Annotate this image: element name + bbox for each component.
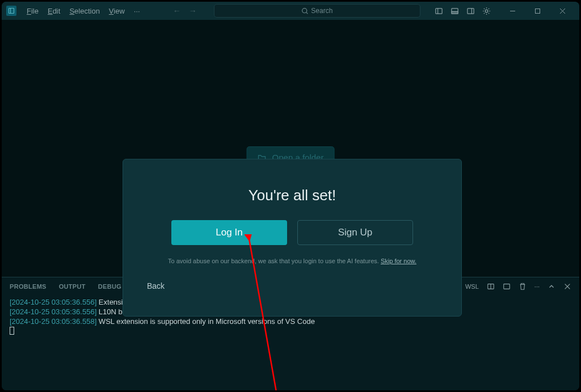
menu-more[interactable]: ··· [129, 5, 145, 18]
panel-chevron-up-icon[interactable] [548, 283, 555, 290]
tab-output[interactable]: OUTPUT [59, 283, 86, 290]
nav-forward[interactable]: → [189, 6, 197, 15]
panel-trash-icon[interactable] [519, 283, 527, 290]
panel-split-icon[interactable] [487, 283, 495, 290]
panel-terminal-icon[interactable] [503, 283, 511, 290]
svg-point-2 [302, 8, 307, 12]
svg-line-3 [306, 12, 308, 13]
layout-sidebar-left-icon[interactable] [432, 4, 445, 18]
svg-rect-9 [467, 8, 473, 13]
menu-view[interactable]: View [104, 5, 129, 18]
panel-close-icon[interactable] [563, 283, 571, 290]
svg-rect-4 [435, 8, 441, 13]
window-minimize[interactable] [500, 2, 525, 19]
login-button[interactable]: Log In [171, 220, 287, 245]
terminal-line: [2024-10-25 03:05:36.558] WSL extension … [10, 317, 571, 327]
nav-back[interactable]: ← [173, 6, 181, 15]
terminal-cursor [10, 327, 14, 335]
titlebar: File Edit Selection View ··· ← → Search [2, 2, 579, 20]
svg-rect-13 [535, 9, 540, 13]
skip-link[interactable]: Skip for now. [381, 258, 416, 264]
menu-file[interactable]: File [22, 5, 43, 18]
back-button[interactable]: Back [147, 281, 165, 290]
menu-edit[interactable]: Edit [43, 5, 65, 18]
panel-more-icon[interactable]: ··· [534, 283, 540, 290]
svg-rect-8 [451, 11, 457, 14]
gear-icon[interactable] [479, 4, 493, 18]
search-input[interactable]: Search [214, 4, 420, 18]
layout-sidebar-right-icon[interactable] [464, 4, 477, 18]
window-maximize[interactable] [525, 2, 550, 19]
tab-problems[interactable]: PROBLEMS [10, 283, 47, 290]
signup-button[interactable]: Sign Up [297, 220, 413, 245]
modal-note: To avoid abuse on our backend, we ask th… [123, 258, 461, 264]
window-close[interactable] [550, 2, 575, 19]
app-icon [6, 6, 16, 16]
login-modal: You're all set! Log In Sign Up To avoid … [123, 159, 462, 317]
svg-rect-0 [9, 9, 14, 14]
menu-selection[interactable]: Selection [65, 5, 104, 18]
svg-rect-19 [504, 284, 510, 289]
search-placeholder: Search [311, 7, 332, 15]
search-icon [301, 7, 309, 15]
editor-area: Open a folder You're all set! Log In Sig… [2, 20, 579, 277]
layout-panel-icon[interactable] [448, 4, 461, 18]
modal-title: You're all set! [123, 187, 461, 204]
svg-point-11 [485, 10, 488, 12]
